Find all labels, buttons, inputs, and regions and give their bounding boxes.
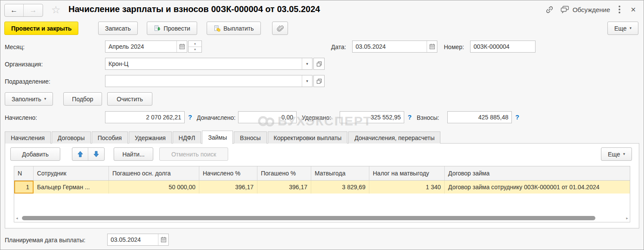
contributions-help-icon[interactable]: ? <box>515 113 519 121</box>
col-header-employee: Сотрудник <box>34 166 109 180</box>
find-button[interactable]: Найти... <box>114 147 153 161</box>
post-and-close-label: Провести и закрыть <box>11 25 71 32</box>
cell-employee[interactable]: Бальцер Герман ... <box>34 181 109 194</box>
pay-label: Выплатить <box>223 25 254 32</box>
department-dropdown-button[interactable]: ▾ <box>302 75 312 87</box>
pick-button[interactable]: Подбор <box>63 92 102 106</box>
link-icon[interactable] <box>545 5 554 14</box>
discussion-label: Обсуждение <box>573 6 610 13</box>
date-input[interactable]: 03.05.2024 <box>352 41 437 53</box>
table-row[interactable]: 1 Бальцер Герман ... 50 000,00 396,17 39… <box>14 181 630 194</box>
chevron-down-icon: ▾ <box>44 97 46 101</box>
table-header-row: N Сотрудник Погашено осн. долга Начислен… <box>14 166 630 181</box>
add-row-button[interactable]: Добавить <box>10 147 60 161</box>
month-calendar-button[interactable] <box>176 41 187 52</box>
document-window: ← → ☆ Начисление зарплаты и взносов 00ЗК… <box>0 0 644 250</box>
page-title: Начисление зарплаты и взносов 00ЗК-00000… <box>68 4 320 14</box>
tab-nachisleniya[interactable]: Начисления <box>5 131 51 144</box>
clear-label: Очистить <box>117 96 143 103</box>
favorite-star-icon[interactable]: ☆ <box>51 4 61 16</box>
tab-dogovory[interactable]: Договоры <box>52 131 91 144</box>
organization-open-button[interactable] <box>313 58 325 70</box>
extra-accrued-input[interactable]: 0,00 <box>238 111 297 123</box>
calendar-icon <box>429 44 435 50</box>
tab-posobiya[interactable]: Пособия <box>92 131 128 144</box>
cell-accrued-pct[interactable]: 396,17 <box>199 181 257 194</box>
scroll-right-icon[interactable]: ▸ <box>626 216 628 221</box>
close-icon[interactable]: × <box>629 5 638 14</box>
col-header-loan-contract: Договор займа <box>445 166 630 180</box>
clear-button[interactable]: Очистить <box>107 92 152 106</box>
post-document-icon <box>154 25 161 32</box>
tab-donachisleniya[interactable]: Доначисления, перерасчеты <box>348 131 440 144</box>
save-button[interactable]: Записать <box>98 22 138 35</box>
accrued-help-icon[interactable]: ? <box>188 113 192 121</box>
post-and-close-button[interactable]: Провести и закрыть <box>4 22 78 35</box>
contributions-input[interactable]: 425 885,48 <box>447 111 512 123</box>
planned-date-value: 03.05.2024 <box>108 234 158 245</box>
post-label: Провести <box>164 25 190 32</box>
cell-matbenefit-tax[interactable]: 1 340 <box>369 181 445 194</box>
post-button[interactable]: Провести <box>147 22 197 35</box>
stepper-up-icon[interactable]: ▴ <box>189 41 201 47</box>
back-button[interactable]: ← <box>5 4 24 16</box>
department-input[interactable]: ▾ <box>105 75 313 87</box>
move-row-down-button[interactable] <box>88 148 104 160</box>
col-header-matbenefit: Матвыгода <box>311 166 369 180</box>
arrow-down-icon <box>93 151 99 157</box>
planned-date-label: Планируемая дата выплаты: <box>5 237 85 244</box>
move-row-up-button[interactable] <box>72 148 88 160</box>
tab-uderzhaniya[interactable]: Удержания <box>129 131 172 144</box>
planned-date-calendar-button[interactable] <box>158 234 168 245</box>
history-nav: ← → <box>4 4 43 17</box>
open-form-icon <box>316 78 322 84</box>
loans-tab-panel: Добавить Найти... Отменить поиск Еще ▾ N… <box>5 143 639 228</box>
loans-table: N Сотрудник Погашено осн. долга Начислен… <box>14 166 630 222</box>
add-row-label: Добавить <box>22 151 49 158</box>
department-value <box>105 75 302 87</box>
department-open-button[interactable] <box>313 75 325 87</box>
calendar-icon <box>179 44 185 50</box>
cancel-search-label: Отменить поиск <box>171 151 216 158</box>
tab-vznosy[interactable]: Взносы <box>234 131 266 144</box>
scrollbar-thumb[interactable] <box>22 216 595 220</box>
planned-date-input[interactable]: 03.05.2024 <box>107 234 169 246</box>
withheld-input[interactable]: 325 552,95 <box>340 111 404 123</box>
horizontal-scrollbar: ◂ ▸ <box>15 216 629 221</box>
number-label: Номер: <box>444 44 464 50</box>
discussion-button[interactable]: Обсуждение <box>560 5 610 14</box>
date-calendar-button[interactable] <box>427 41 437 52</box>
pay-button[interactable]: Выплатить <box>207 22 261 35</box>
month-input[interactable]: Апрель 2024 <box>105 41 187 53</box>
organization-input[interactable]: Крон-Ц ▾ <box>105 58 313 70</box>
accrued-input[interactable]: 2 070 262,21 <box>105 111 185 123</box>
more-menu-icon[interactable] <box>616 5 623 14</box>
organization-value: Крон-Ц <box>105 58 302 69</box>
attachments-button[interactable] <box>272 22 288 35</box>
organization-label: Организация: <box>5 61 43 68</box>
cell-principal-repaid[interactable]: 50 000,00 <box>109 181 199 194</box>
organization-dropdown-button[interactable]: ▾ <box>302 58 312 69</box>
tab-ndfl[interactable]: НДФЛ <box>173 131 201 144</box>
withheld-help-icon[interactable]: ? <box>408 113 412 121</box>
tab-korrektirovki[interactable]: Корректировки выплаты <box>268 131 348 144</box>
tab-zaymy[interactable]: Займы <box>202 131 233 144</box>
forward-button[interactable]: → <box>24 4 43 16</box>
cell-row-number[interactable]: 1 <box>14 181 34 194</box>
fill-button[interactable]: Заполнить ▾ <box>5 92 53 106</box>
fill-label: Заполнить <box>12 96 41 103</box>
month-label: Месяц: <box>5 44 25 50</box>
arrow-up-icon <box>77 151 83 157</box>
number-input[interactable]: 00ЗК-000004 <box>470 41 536 53</box>
cell-matbenefit[interactable]: 3 829,69 <box>311 181 369 194</box>
discussion-icon <box>560 5 570 14</box>
cell-repaid-pct[interactable]: 396,17 <box>257 181 311 194</box>
col-header-accrued-pct: Начислено % <box>199 166 257 180</box>
department-label: Подразделение: <box>5 78 50 85</box>
contributions-value: 425 885,48 <box>448 112 511 123</box>
scroll-left-icon[interactable]: ◂ <box>16 216 18 221</box>
stepper-down-icon[interactable]: ▾ <box>189 47 201 53</box>
commandbar-more-button[interactable]: Еще ▾ <box>607 22 638 35</box>
grid-more-button[interactable]: Еще ▾ <box>601 147 632 161</box>
cell-loan-contract[interactable]: Договор займа сотруднику 00ЗК-000001 от … <box>445 181 630 194</box>
